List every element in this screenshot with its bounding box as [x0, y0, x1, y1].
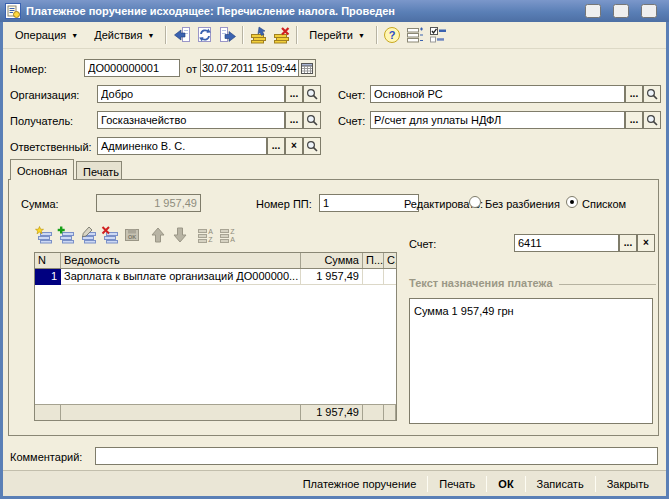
unpost-document-button[interactable]	[270, 24, 293, 46]
row-sum-cell[interactable]: 1 957,49	[301, 269, 363, 285]
organization-lookup-button[interactable]: ...	[285, 85, 303, 103]
account-lookup-button[interactable]: ...	[619, 234, 637, 252]
help-icon: ?	[383, 26, 401, 44]
calendar-button[interactable]	[298, 59, 316, 77]
account-input[interactable]	[514, 234, 619, 252]
post-ledger-icon	[250, 26, 268, 44]
delete-row-button[interactable]	[101, 226, 119, 244]
pp-number-label: Номер ПП:	[256, 198, 312, 210]
date-input[interactable]	[200, 59, 299, 77]
ok-button[interactable]: ОК	[487, 474, 524, 494]
delete-row-icon	[101, 226, 119, 244]
column-header-statement[interactable]: Ведомость	[61, 253, 301, 268]
sort-az-icon: A Z	[197, 226, 215, 244]
copy-forward-button[interactable]	[216, 24, 239, 46]
statements-table: N Ведомость Сумма П... С... 1 Зарплата к…	[34, 252, 397, 421]
save-button[interactable]: Записать	[526, 474, 595, 494]
actions-menu-button[interactable]: Действия ▼	[86, 25, 162, 45]
svg-text:Z: Z	[208, 236, 213, 243]
toolbar-separator	[296, 26, 298, 44]
document-icon	[5, 3, 21, 19]
edit-pencil-icon	[79, 226, 97, 244]
print-button[interactable]: Печать	[428, 474, 486, 494]
svg-text:OK: OK	[128, 234, 136, 240]
refresh-button[interactable]	[193, 24, 216, 46]
svg-text:?: ?	[389, 29, 396, 41]
sort-za-icon: Z A	[219, 226, 237, 244]
responsible-input[interactable]	[97, 137, 267, 155]
go-previous-button[interactable]	[170, 24, 193, 46]
payment-order-button[interactable]: Платежное поручение	[292, 474, 428, 494]
row-p-cell[interactable]	[363, 269, 384, 285]
account-clear-button[interactable]: ×	[637, 234, 655, 252]
toolbar-separator	[376, 26, 378, 44]
payee-search-button[interactable]	[303, 111, 321, 129]
total-sum-cell: 1 957,49	[301, 405, 363, 420]
comment-label: Комментарий:	[10, 451, 82, 463]
arrow-right-icon	[219, 26, 237, 44]
responsible-label: Ответственный:	[10, 141, 92, 153]
purpose-text-area[interactable]: Сумма 1 957,49 грн	[409, 298, 653, 424]
number-label: Номер:	[10, 63, 47, 75]
tab-main[interactable]: Основная	[10, 159, 74, 180]
responsible-lookup-button[interactable]: ...	[267, 137, 285, 155]
main-toolbar: Операция ▼ Действия ▼	[3, 22, 666, 49]
edit-row-button[interactable]	[79, 226, 97, 244]
copy-row-icon	[57, 226, 75, 244]
list-settings-button[interactable]	[404, 24, 427, 46]
chevron-down-icon: ▼	[147, 32, 154, 39]
bottom-button-bar: Платежное поручение Печать ОК Записать З…	[3, 470, 666, 496]
post-document-button[interactable]	[247, 24, 270, 46]
close-form-button[interactable]: Закрыть	[596, 474, 660, 494]
payee-lookup-button[interactable]: ...	[285, 111, 303, 129]
column-header-p[interactable]: П...	[363, 253, 384, 268]
responsible-clear-button[interactable]: ×	[285, 137, 303, 155]
column-header-n[interactable]: N	[35, 253, 61, 268]
structure-settings-button[interactable]	[427, 24, 450, 46]
account-org-input[interactable]	[370, 85, 625, 103]
purpose-group-title: Текст назначения платежа	[409, 277, 559, 289]
responsible-search-button[interactable]	[303, 137, 321, 155]
toolbar-separator	[165, 26, 167, 44]
account-payee-search-button[interactable]	[643, 111, 661, 129]
organization-input[interactable]	[97, 85, 285, 103]
radio-no-split[interactable]	[469, 196, 481, 208]
account-payee-lookup-button[interactable]: ...	[625, 111, 643, 129]
copy-row-button[interactable]	[57, 226, 75, 244]
magnifier-icon	[306, 114, 318, 126]
close-button[interactable]	[641, 4, 657, 18]
svg-text:Z: Z	[230, 228, 235, 235]
comment-input[interactable]	[95, 447, 658, 465]
column-header-sum[interactable]: Сумма	[301, 253, 363, 268]
organization-search-button[interactable]	[303, 85, 321, 103]
account-org-lookup-button[interactable]: ...	[625, 85, 643, 103]
table-row[interactable]: 1 Зарплата к выплате организаций ДО00000…	[35, 269, 396, 285]
account-label: Счет:	[409, 238, 436, 250]
operation-menu-button[interactable]: Операция ▼	[7, 25, 86, 45]
maximize-button[interactable]	[613, 4, 629, 18]
row-s-cell[interactable]	[384, 269, 396, 285]
client-area: Операция ▼ Действия ▼	[3, 22, 666, 496]
goto-menu-button[interactable]: Перейти ▼	[301, 25, 373, 45]
column-header-s[interactable]: С...	[384, 253, 396, 268]
row-statement-cell[interactable]: Зарплата к выплате организаций ДО000000.…	[61, 269, 301, 285]
account-org-search-button[interactable]	[643, 85, 661, 103]
sort-ascending-button: A Z	[197, 226, 215, 244]
arrow-left-icon	[173, 26, 191, 44]
list-icon	[406, 26, 424, 44]
payee-input[interactable]	[97, 111, 285, 129]
radio-list[interactable]	[566, 196, 578, 208]
account-payee-input[interactable]	[370, 111, 625, 129]
magnifier-icon	[306, 88, 318, 100]
radio-list-label: Списком	[582, 198, 626, 210]
minimize-button[interactable]	[585, 4, 601, 18]
payee-label: Получатель:	[10, 115, 73, 127]
title-bar: Платежное поручение исходящее: Перечисле…	[0, 0, 669, 22]
tab-print[interactable]: Печать	[76, 161, 122, 180]
row-number-cell[interactable]: 1	[35, 269, 61, 285]
chevron-down-icon: ▼	[71, 32, 78, 39]
help-button[interactable]: ?	[381, 24, 404, 46]
number-input[interactable]	[84, 59, 180, 77]
account-org-label: Счет:	[338, 89, 365, 101]
add-row-button[interactable]	[35, 226, 53, 244]
